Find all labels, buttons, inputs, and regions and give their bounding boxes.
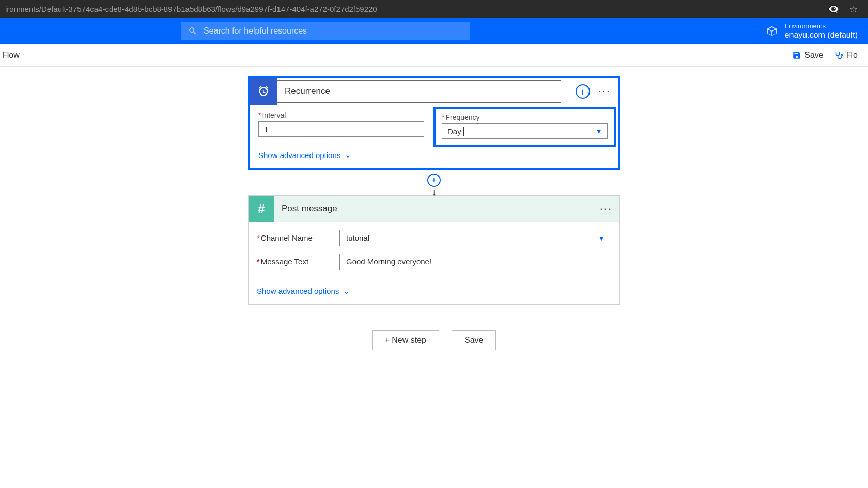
flow-checker-label: Flo (846, 51, 858, 60)
command-bar: Flow Save Flo (0, 44, 868, 67)
more-menu-icon[interactable]: ··· (600, 202, 612, 215)
recurrence-advanced-toggle[interactable]: Show advanced options ⌄ (258, 150, 351, 160)
frequency-value: Day (447, 127, 461, 136)
save-command-label: Save (804, 51, 823, 60)
bottom-actions: + New step Save (372, 330, 497, 350)
url-text: ironments/Default-37574ca4-cde8-4d8b-bcb… (5, 5, 377, 13)
add-step-inline-button[interactable]: + (427, 174, 441, 187)
frequency-label: *Frequency (442, 113, 608, 121)
env-name: enayu.com (default) (785, 30, 858, 40)
stethoscope-icon (834, 51, 843, 60)
flow-canvas: Recurrence i ··· *Interval *Frequency Da… (0, 67, 868, 350)
post-advanced-toggle[interactable]: Show advanced options ⌄ (257, 287, 350, 296)
message-input[interactable] (339, 254, 611, 270)
recurrence-card: Recurrence i ··· *Interval *Frequency Da… (248, 76, 620, 170)
arrow-down-icon: ↓ (431, 186, 437, 198)
message-label: *Message Text (257, 257, 334, 266)
post-advanced-label: Show advanced options (257, 287, 339, 295)
connector: + ↓ (431, 170, 437, 195)
bookmark-star-icon[interactable]: ☆ (849, 4, 858, 15)
channel-select[interactable] (339, 230, 611, 246)
save-button[interactable]: Save (452, 330, 496, 350)
recurrence-title: Recurrence (285, 86, 330, 97)
clock-icon (250, 78, 277, 105)
save-command[interactable]: Save (792, 51, 823, 60)
svg-point-0 (841, 54, 842, 56)
text-cursor (463, 127, 464, 136)
slack-hash-icon: # (249, 196, 274, 222)
flow-checker-command[interactable]: Flo (834, 51, 858, 60)
page-title: Flow (2, 51, 20, 60)
interval-input[interactable] (258, 121, 424, 137)
recurrence-header[interactable]: Recurrence i ··· (250, 78, 618, 105)
frequency-field: *Frequency Day ▼ (433, 107, 616, 147)
search-icon (188, 26, 197, 36)
post-message-header[interactable]: # Post message ··· (249, 196, 619, 222)
environment-block[interactable]: Environments enayu.com (default) (766, 22, 858, 40)
chevron-down-icon: ⌄ (345, 150, 351, 160)
post-message-title: Post message (282, 203, 337, 214)
env-label: Environments (785, 22, 858, 30)
interval-label: *Interval (258, 111, 424, 119)
more-menu-icon[interactable]: ··· (598, 85, 611, 98)
environment-icon (766, 25, 778, 37)
interval-field: *Interval (258, 111, 424, 141)
frequency-select[interactable]: Day (442, 123, 608, 139)
search-input[interactable] (204, 26, 463, 36)
chevron-down-icon: ⌄ (343, 287, 350, 296)
app-header: Environments enayu.com (default) (0, 18, 868, 44)
channel-label: *Channel Name (257, 233, 334, 242)
search-box[interactable] (181, 22, 470, 40)
recurrence-advanced-label: Show advanced options (258, 151, 340, 160)
info-icon[interactable]: i (576, 84, 590, 99)
incognito-icon[interactable]: 👁‍🗨 (828, 4, 839, 15)
browser-address-bar: ironments/Default-37574ca4-cde8-4d8b-bcb… (0, 0, 868, 18)
post-message-card: # Post message ··· *Channel Name ▼ *Mess… (248, 195, 620, 305)
save-icon (792, 51, 801, 60)
new-step-button[interactable]: + New step (372, 330, 439, 350)
